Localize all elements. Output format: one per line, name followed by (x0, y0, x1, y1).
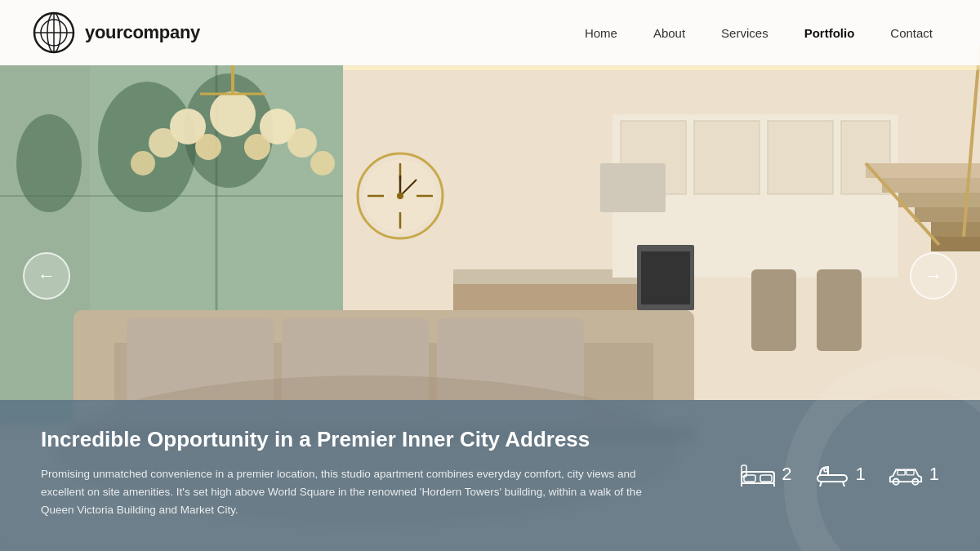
car-icon (889, 461, 923, 487)
nav-portfolio[interactable]: Portfolio (790, 20, 870, 47)
svg-point-75 (824, 469, 827, 472)
svg-rect-56 (882, 178, 980, 193)
svg-rect-58 (915, 207, 980, 222)
listing-amenities: 2 1 (727, 426, 939, 522)
svg-point-16 (210, 91, 256, 137)
logo[interactable]: yourcompany (33, 11, 200, 54)
car-count: 1 (929, 464, 939, 485)
brand-name: yourcompany (85, 22, 200, 43)
svg-rect-54 (817, 269, 862, 351)
next-slide-button[interactable]: → (910, 252, 957, 300)
svg-point-19 (149, 128, 178, 158)
bath-count: 1 (856, 464, 866, 485)
bed-icon (741, 461, 775, 487)
svg-rect-40 (694, 121, 760, 194)
bed-amenity: 2 (741, 461, 791, 487)
svg-rect-72 (817, 475, 847, 482)
svg-rect-77 (906, 470, 914, 474)
svg-rect-41 (768, 121, 833, 194)
nav-home[interactable]: Home (570, 20, 632, 47)
logo-icon (33, 11, 75, 54)
svg-point-20 (287, 128, 317, 158)
listing-title: Incredible Opportunity in a Premier Inne… (41, 426, 694, 454)
svg-rect-53 (751, 269, 796, 351)
svg-rect-45 (641, 251, 690, 304)
bath-amenity: 1 (815, 461, 866, 487)
prev-arrow-icon: ← (38, 265, 56, 287)
bath-icon (815, 461, 849, 487)
next-arrow-icon: → (924, 265, 942, 287)
listing-info-card: Incredible Opportunity in a Premier Inne… (0, 400, 980, 551)
nav-services[interactable]: Services (706, 20, 783, 47)
svg-point-35 (397, 193, 403, 199)
svg-rect-59 (931, 222, 980, 237)
nav-about[interactable]: About (639, 20, 700, 47)
svg-point-22 (244, 134, 270, 160)
listing-description: Promising unmatched convenience in a pre… (41, 465, 662, 520)
navbar: yourcompany Home About Services Portfoli… (0, 0, 980, 65)
nav-links: Home About Services Portfolio Contact (570, 20, 947, 47)
svg-rect-76 (898, 470, 905, 474)
svg-rect-55 (866, 163, 980, 178)
svg-point-24 (310, 151, 335, 176)
svg-rect-68 (760, 475, 772, 482)
bed-count: 2 (782, 464, 791, 485)
svg-point-12 (98, 82, 196, 212)
car-amenity: 1 (889, 461, 939, 487)
listing-text-area: Incredible Opportunity in a Premier Inne… (41, 426, 727, 522)
svg-point-14 (16, 114, 82, 212)
svg-point-23 (131, 151, 155, 176)
svg-point-21 (195, 134, 221, 160)
nav-contact[interactable]: Contact (875, 20, 947, 47)
svg-rect-43 (600, 163, 666, 212)
prev-slide-button[interactable]: ← (23, 252, 70, 300)
